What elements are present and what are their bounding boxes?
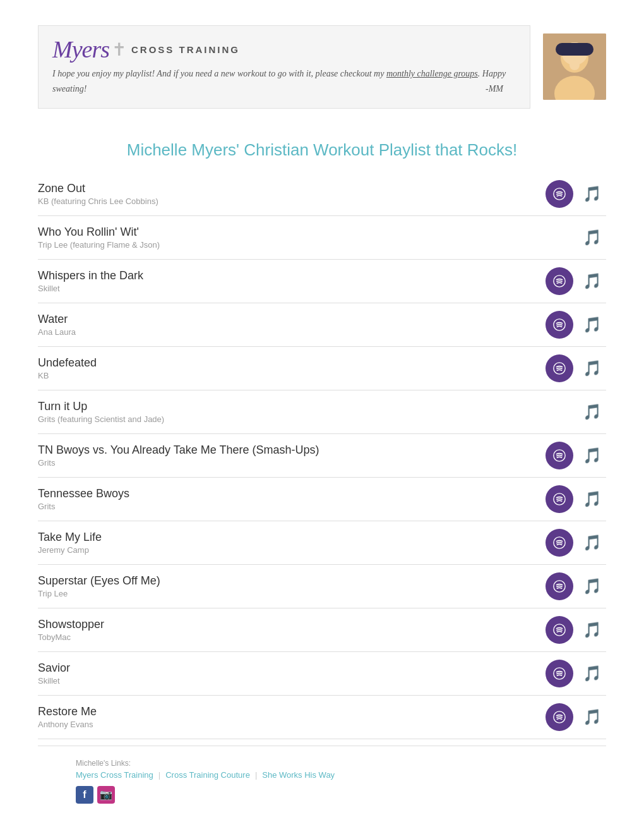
spotify-button[interactable] bbox=[546, 703, 573, 731]
spotify-spacer bbox=[546, 398, 573, 426]
spotify-button[interactable] bbox=[546, 311, 573, 339]
song-title: Savior bbox=[38, 662, 539, 675]
footer: Michelle's Links: Myers Cross Training|C… bbox=[38, 746, 606, 823]
itunes-button[interactable]: 🎵 bbox=[578, 572, 606, 600]
music-note-icon: 🎵 bbox=[583, 185, 602, 203]
song-title: Zone Out bbox=[38, 182, 539, 195]
music-note-icon: 🎵 bbox=[583, 534, 602, 552]
music-note-icon: 🎵 bbox=[583, 447, 602, 464]
itunes-button[interactable]: 🎵 bbox=[578, 529, 606, 557]
song-artist: Anthony Evans bbox=[38, 720, 539, 729]
song-actions: 🎵 bbox=[546, 398, 606, 426]
song-artist: TobyMac bbox=[38, 632, 539, 642]
song-artist: Jeremy Camp bbox=[38, 545, 539, 555]
tagline-link[interactable]: monthly challenge groups bbox=[386, 69, 478, 78]
instagram-icon[interactable]: 📷 bbox=[97, 786, 115, 804]
song-title: Water bbox=[38, 313, 539, 326]
song-info: Tennessee BwoysGrits bbox=[38, 487, 546, 511]
song-row: Tennessee BwoysGrits 🎵 bbox=[38, 478, 606, 521]
music-note-icon: 🎵 bbox=[583, 403, 602, 421]
song-title: Take My Life bbox=[38, 531, 539, 544]
footer-link[interactable]: She Works His Way bbox=[262, 770, 335, 780]
itunes-button[interactable]: 🎵 bbox=[578, 180, 606, 208]
song-title: Whispers in the Dark bbox=[38, 269, 539, 282]
spotify-button[interactable] bbox=[546, 616, 573, 644]
spotify-button[interactable] bbox=[546, 529, 573, 557]
song-title: Who You Rollin' Wit' bbox=[38, 226, 539, 239]
song-artist: Trip Lee (featuring Flame & Json) bbox=[38, 240, 539, 250]
songs-list: Zone OutKB (featuring Chris Lee Cobbins)… bbox=[0, 172, 644, 739]
music-note-icon: 🎵 bbox=[583, 272, 602, 290]
cross-icon: ✝ bbox=[112, 39, 126, 60]
playlist-title: Michelle Myers' Christian Workout Playli… bbox=[0, 140, 644, 160]
itunes-button[interactable]: 🎵 bbox=[578, 354, 606, 382]
song-info: Zone OutKB (featuring Chris Lee Cobbins) bbox=[38, 182, 546, 206]
footer-links: Myers Cross Training|Cross Training Cout… bbox=[76, 770, 568, 780]
spotify-spacer bbox=[546, 224, 573, 251]
itunes-button[interactable]: 🎵 bbox=[578, 224, 606, 251]
song-row: SaviorSkillet 🎵 bbox=[38, 652, 606, 696]
itunes-button[interactable]: 🎵 bbox=[578, 485, 606, 513]
itunes-button[interactable]: 🎵 bbox=[578, 267, 606, 295]
spotify-button[interactable] bbox=[546, 572, 573, 600]
itunes-button[interactable]: 🎵 bbox=[578, 660, 606, 687]
itunes-button[interactable]: 🎵 bbox=[578, 311, 606, 339]
logo-area: Myers ✝ CROSS TRAINING bbox=[52, 37, 516, 61]
spotify-button[interactable] bbox=[546, 354, 573, 382]
song-row: Who You Rollin' Wit'Trip Lee (featuring … bbox=[38, 216, 606, 260]
song-row: Restore MeAnthony Evans 🎵 bbox=[38, 696, 606, 739]
footer-link[interactable]: Cross Training Couture bbox=[165, 770, 250, 780]
footer-link[interactable]: Myers Cross Training bbox=[76, 770, 153, 780]
itunes-button[interactable]: 🎵 bbox=[578, 616, 606, 644]
song-actions: 🎵 bbox=[546, 311, 606, 339]
footer-divider: | bbox=[255, 770, 257, 780]
song-artist: Grits bbox=[38, 458, 539, 468]
song-info: ShowstopperTobyMac bbox=[38, 618, 546, 642]
social-icons: f 📷 bbox=[76, 786, 568, 804]
tagline: I hope you enjoy my playlist! And if you… bbox=[52, 66, 516, 97]
song-title: Undefeated bbox=[38, 356, 539, 370]
itunes-button[interactable]: 🎵 bbox=[578, 398, 606, 426]
spotify-button[interactable] bbox=[546, 180, 573, 208]
song-title: Tennessee Bwoys bbox=[38, 487, 539, 500]
song-actions: 🎵 bbox=[546, 660, 606, 687]
song-title: Turn it Up bbox=[38, 400, 539, 413]
song-row: Whispers in the DarkSkillet 🎵 bbox=[38, 260, 606, 303]
song-artist: KB bbox=[38, 371, 539, 380]
music-note-icon: 🎵 bbox=[583, 708, 602, 726]
song-info: Turn it UpGrits (featuring Scientist and… bbox=[38, 400, 546, 424]
facebook-icon[interactable]: f bbox=[76, 786, 93, 804]
itunes-button[interactable]: 🎵 bbox=[578, 442, 606, 469]
song-row: Turn it UpGrits (featuring Scientist and… bbox=[38, 390, 606, 434]
song-row: Zone OutKB (featuring Chris Lee Cobbins)… bbox=[38, 172, 606, 216]
song-title: Superstar (Eyes Off Me) bbox=[38, 574, 539, 588]
music-note-icon: 🎵 bbox=[583, 665, 602, 682]
music-note-icon: 🎵 bbox=[583, 621, 602, 639]
footer-label: Michelle's Links: bbox=[76, 759, 568, 768]
svg-rect-4 bbox=[556, 43, 593, 56]
song-row: Superstar (Eyes Off Me)Trip Lee 🎵 bbox=[38, 565, 606, 608]
song-artist: Skillet bbox=[38, 284, 539, 293]
song-title: Showstopper bbox=[38, 618, 539, 631]
spotify-button[interactable] bbox=[546, 442, 573, 469]
spotify-button[interactable] bbox=[546, 267, 573, 295]
song-info: Who You Rollin' Wit'Trip Lee (featuring … bbox=[38, 226, 546, 250]
song-artist: KB (featuring Chris Lee Cobbins) bbox=[38, 196, 539, 206]
song-artist: Ana Laura bbox=[38, 327, 539, 337]
song-title: Restore Me bbox=[38, 705, 539, 718]
song-actions: 🎵 bbox=[546, 354, 606, 382]
profile-photo bbox=[543, 33, 606, 100]
song-info: SaviorSkillet bbox=[38, 662, 546, 686]
song-actions: 🎵 bbox=[546, 616, 606, 644]
tagline-text: I hope you enjoy my playlist! And if you… bbox=[52, 69, 386, 78]
song-row: ShowstopperTobyMac 🎵 bbox=[38, 608, 606, 652]
song-row: UndefeatedKB 🎵 bbox=[38, 347, 606, 390]
song-info: WaterAna Laura bbox=[38, 313, 546, 337]
music-note-icon: 🎵 bbox=[583, 229, 602, 246]
spotify-button[interactable] bbox=[546, 660, 573, 687]
song-artist: Skillet bbox=[38, 676, 539, 686]
header: Myers ✝ CROSS TRAINING I hope you enjoy … bbox=[0, 0, 644, 121]
spotify-button[interactable] bbox=[546, 485, 573, 513]
itunes-button[interactable]: 🎵 bbox=[578, 703, 606, 731]
music-note-icon: 🎵 bbox=[583, 360, 602, 377]
